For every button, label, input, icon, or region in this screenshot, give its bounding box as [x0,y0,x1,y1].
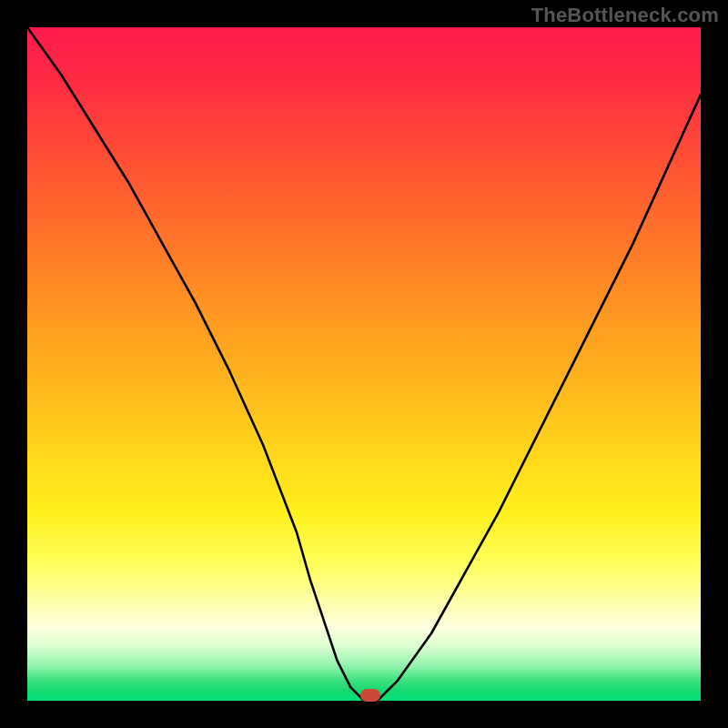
chart-frame: TheBottleneck.com [0,0,728,728]
optimal-point-marker [360,689,380,702]
watermark-text: TheBottleneck.com [531,4,719,27]
chart-plot-area [27,27,701,701]
bottleneck-curve [27,27,701,701]
